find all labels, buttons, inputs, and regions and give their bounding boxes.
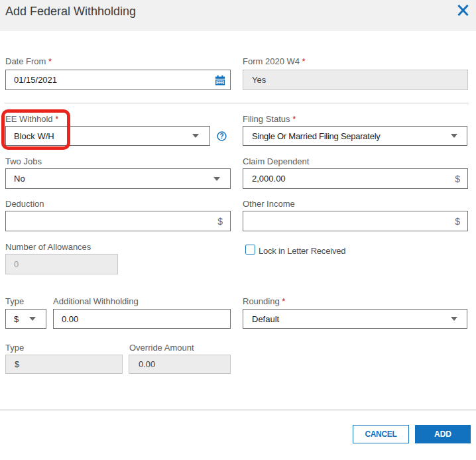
- svg-text:?: ?: [219, 132, 223, 140]
